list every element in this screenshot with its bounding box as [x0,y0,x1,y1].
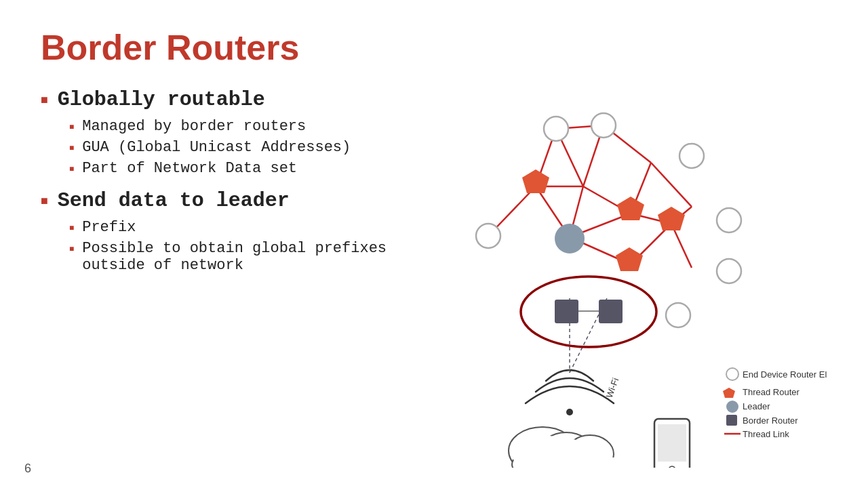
sub-bullet-icon-1-1: ■ [69,123,74,132]
border-router-1 [555,300,578,323]
thread-router-4 [616,247,643,271]
legend-leader-icon [726,401,738,413]
sub-bullet-icon-1-3: ■ [69,165,74,174]
sub-bullet-2-2: ■ Possible to obtain global prefixes out… [69,240,393,274]
sub-bullet-2-2-text: Possible to obtain global prefixes outsi… [82,240,393,274]
main-bullet-2: ■ Send data to leader [41,189,393,212]
bullet-icon-1: ■ [41,94,48,107]
cloud-shape [509,427,617,468]
legend-leader-label: Leader [743,401,770,411]
end-device-4 [717,208,741,232]
svg-rect-30 [658,424,686,462]
legend-border-router-label: Border Router [743,415,798,426]
sub-bullet-icon-2-2: ■ [69,245,74,254]
sub-bullet-1-3: ■ Part of Network Data set [69,160,393,177]
left-panel: ■ Globally routable ■ Managed by border … [41,88,393,488]
sub-bullet-1-2: ■ GUA (Global Unicast Addresses) [69,139,393,156]
slide: Border Routers ■ Globally routable ■ Man… [0,0,868,488]
end-device-3 [679,144,704,168]
main-bullet-1-text: Globally routable [58,88,265,111]
sub-bullet-2-1-text: Prefix [82,219,136,236]
network-diagram: Wi-Fi [420,88,827,488]
legend-thread-link-label: Thread Link [743,429,789,439]
legend-end-device-icon [726,368,738,380]
sub-bullet-icon-2-1: ■ [69,224,74,233]
wifi-label: Wi-Fi [604,376,621,399]
main-bullet-2-text: Send data to leader [58,189,290,212]
svg-line-12 [651,163,692,207]
thread-router-3 [658,207,685,230]
sub-bullet-1-2-text: GUA (Global Unicast Addresses) [82,139,351,156]
wifi-dot [566,409,573,415]
legend-end-device-label: End Device Router Eligible [743,369,827,380]
content-area: ■ Globally routable ■ Managed by border … [41,88,827,488]
page-number: 6 [24,462,31,476]
end-device-6 [476,224,500,248]
end-device-5 [717,259,741,283]
legend-thread-router-icon [723,388,735,398]
sub-bullet-1-1-text: Managed by border routers [82,118,306,135]
end-device-2 [591,113,616,138]
thread-router-2 [617,197,644,220]
end-device-7 [666,303,690,327]
leader-node [555,224,585,253]
sub-bullet-1-1: ■ Managed by border routers [69,118,393,135]
main-bullet-1: ■ Globally routable [41,88,393,111]
slide-title: Border Routers [41,27,827,68]
sub-bullet-2-1: ■ Prefix [69,219,393,236]
right-panel: Wi-Fi [393,88,827,488]
svg-rect-28 [515,458,617,468]
sub-bullet-1-3-text: Part of Network Data set [82,160,297,177]
bullet-icon-2: ■ [41,195,48,208]
thread-router-1 [522,169,549,193]
mobile-phone [654,419,690,468]
legend-border-router-icon [726,415,737,426]
sub-bullet-icon-1-2: ■ [69,144,74,153]
legend-thread-router-label: Thread Router [743,387,800,397]
network-diagram-svg: Wi-Fi [420,88,827,468]
border-router-2 [599,300,623,323]
end-device-1 [544,117,568,141]
